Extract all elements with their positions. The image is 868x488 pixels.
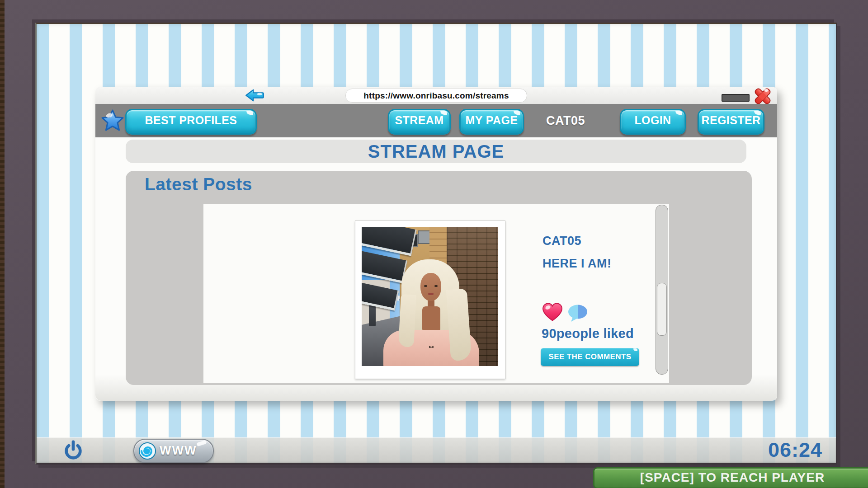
- space-hint-banner: [SPACE] TO REACH PLAYER: [593, 467, 868, 488]
- nav-username-label: CAT05: [536, 104, 595, 137]
- comment-bubble-icon[interactable]: [567, 304, 589, 323]
- photo-character-hair-lock: [398, 294, 416, 347]
- close-icon[interactable]: [752, 87, 774, 106]
- photo-balcony: [362, 227, 417, 256]
- nav-register-button[interactable]: REGISTER: [698, 109, 764, 135]
- photo-character-lips: [428, 293, 434, 295]
- star-icon[interactable]: [101, 109, 124, 132]
- photo-character-face: [420, 273, 441, 301]
- section-title: Latest Posts: [145, 174, 252, 194]
- taskbar-clock: 06:24: [768, 438, 822, 462]
- scrollbar-track[interactable]: [656, 205, 668, 375]
- nav-stream-button[interactable]: STREAM: [388, 109, 451, 135]
- post-caption: HERE I AM!: [542, 257, 612, 271]
- browser-launcher-button[interactable]: WWW: [133, 439, 214, 463]
- taskbar: WWW 06:24: [37, 437, 836, 463]
- photo-scene: [362, 227, 498, 366]
- site-nav-bar: BEST PROFILES STREAM MY PAGE CAT05 LOGIN…: [95, 104, 777, 137]
- post-card: CAT05 HERE I AM!: [203, 204, 669, 383]
- background-wood-edge: [0, 0, 5, 488]
- heart-icon[interactable]: [542, 302, 563, 322]
- minimize-icon[interactable]: [722, 94, 750, 102]
- photo-character-eye: [434, 285, 438, 287]
- scrollbar-thumb[interactable]: [657, 283, 667, 336]
- post-author: CAT05: [542, 234, 581, 248]
- post-photo[interactable]: [355, 221, 505, 379]
- spiral-icon: [138, 442, 156, 460]
- see-comments-button[interactable]: SEE THE COMMENTS: [541, 348, 639, 366]
- browser-title-bar: https://www.onribasu.com/streams: [95, 87, 777, 104]
- page-title: STREAM PAGE: [126, 140, 746, 163]
- post-likes-label: 90people liked: [542, 326, 634, 341]
- computer-screen: https://www.onribasu.com/streams: [35, 23, 837, 465]
- nav-login-button[interactable]: LOGIN: [620, 109, 686, 135]
- photo-sweater-graphic: [429, 345, 434, 349]
- www-label: WWW: [160, 440, 197, 462]
- photo-character-chest: [422, 306, 440, 333]
- browser-window: https://www.onribasu.com/streams: [95, 87, 777, 401]
- latest-posts-panel: Latest Posts: [126, 171, 752, 385]
- photo-character-eye: [424, 285, 427, 287]
- back-arrow-icon[interactable]: [245, 89, 264, 102]
- address-bar[interactable]: https://www.onribasu.com/streams: [345, 89, 527, 103]
- power-icon[interactable]: [63, 440, 84, 461]
- nav-my-page-button[interactable]: MY PAGE: [459, 109, 524, 135]
- nav-best-profiles-button[interactable]: BEST PROFILES: [125, 109, 257, 135]
- game-viewport: https://www.onribasu.com/streams: [0, 0, 868, 488]
